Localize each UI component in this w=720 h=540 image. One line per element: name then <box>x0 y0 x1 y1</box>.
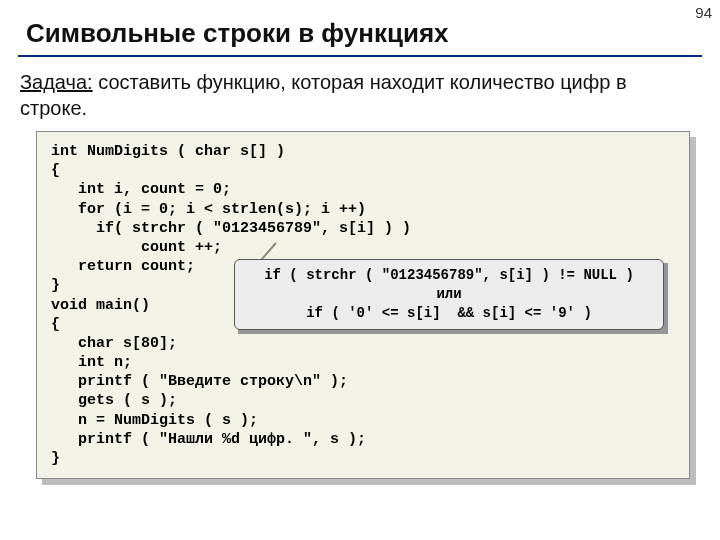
callout-box-container: if ( strchr ( "0123456789", s[i] ) != NU… <box>234 259 664 330</box>
callout-box: if ( strchr ( "0123456789", s[i] ) != NU… <box>234 259 664 330</box>
callout-line-3: if ( '0' <= s[i] && s[i] <= '9' ) <box>306 305 592 321</box>
title-underline <box>18 55 702 57</box>
page-number: 94 <box>695 4 712 21</box>
task-description: Задача: составить функцию, которая наход… <box>0 69 720 131</box>
callout-line-2: или <box>436 286 461 302</box>
page-title: Символьные строки в функциях <box>0 0 720 55</box>
task-text: составить функцию, которая находит колич… <box>20 71 627 119</box>
callout-line-1: if ( strchr ( "0123456789", s[i] ) != NU… <box>264 267 634 283</box>
task-label: Задача: <box>20 71 93 93</box>
code-block-container: int NumDigits ( char s[] ) { int i, coun… <box>36 131 690 479</box>
